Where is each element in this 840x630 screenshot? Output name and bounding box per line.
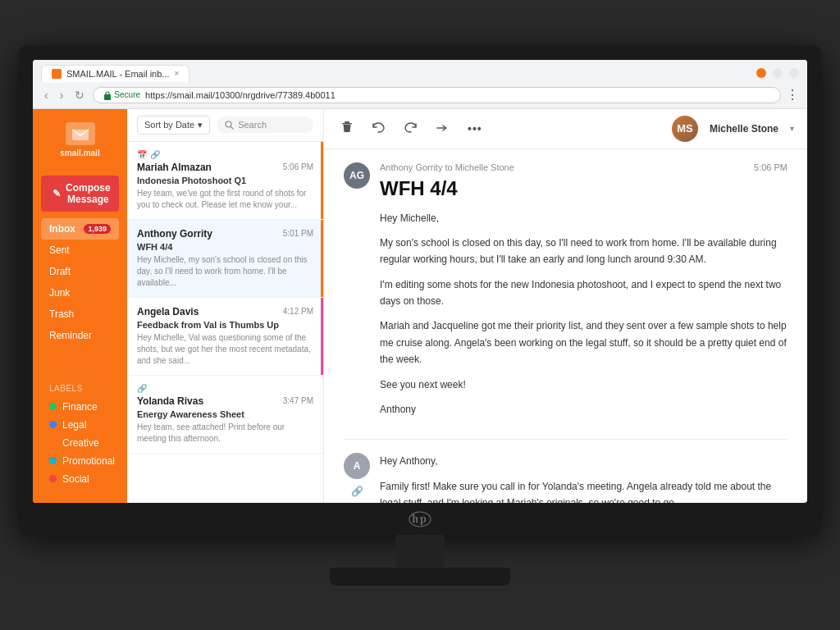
more-button[interactable]: ••• <box>464 121 486 137</box>
win-minimize-button[interactable] <box>756 68 766 78</box>
sidebar-item-junk-label: Junk <box>49 287 70 299</box>
reply-sender-avatar: A <box>344 453 370 479</box>
label-legal-dot <box>49 421 57 428</box>
search-bar[interactable]: Search <box>217 116 313 133</box>
email-subject-4: Energy Awareness Sheet <box>137 409 313 419</box>
email-accent-2 <box>321 220 323 297</box>
search-placeholder: Search <box>238 120 267 130</box>
thread-divider <box>344 439 788 440</box>
url-text: https://smail.mail/10300/nrgdrive/77389.… <box>145 90 336 100</box>
email-preview-1: Hey team, we've got the first round of s… <box>137 188 313 211</box>
user-avatar-image: MS <box>672 116 698 142</box>
label-finance-dot <box>49 403 57 410</box>
sort-button[interactable]: Sort by Date ▾ <box>137 116 210 135</box>
label-promotional-text: Promotional <box>62 455 115 467</box>
sidebar-item-sent[interactable]: Sent <box>41 240 119 261</box>
label-promotional-dot <box>49 457 57 464</box>
email-subject-1: Indonesia Photoshoot Q1 <box>137 176 313 185</box>
app-container: smail.mail ✎ Compose Message Inbox 1,939… <box>33 109 807 503</box>
sidebar-item-inbox-label: Inbox <box>49 223 75 235</box>
tab-close-button[interactable]: × <box>175 69 180 78</box>
svg-rect-4 <box>345 121 349 123</box>
user-dropdown-icon[interactable]: ▾ <box>790 124 794 133</box>
refresh-button[interactable]: ↻ <box>71 87 88 103</box>
compose-button[interactable]: ✎ Compose Message <box>41 176 119 212</box>
monitor: SMAIL.MAIL - Email inb... × ‹ › ↻ <box>18 45 822 586</box>
monitor-stand-neck <box>395 535 445 568</box>
browser-chrome: SMAIL.MAIL - Email inb... × ‹ › ↻ <box>33 60 807 109</box>
win-maximize-button[interactable] <box>773 68 783 78</box>
email-preview-2: Hey Michelle, my son's school is closed … <box>137 254 313 289</box>
label-promotional[interactable]: Promotional <box>41 452 119 470</box>
monitor-stand-base <box>330 568 510 586</box>
email-list-panel: Sort by Date ▾ Search <box>127 109 324 503</box>
thread-meta: Anthony Gorrity to Michelle Stone 5:06 P… <box>380 162 788 172</box>
app-logo: smail.mail <box>33 117 127 169</box>
label-creative-dot <box>49 439 57 446</box>
email-sender-4: Yolanda Rivas <box>137 395 203 407</box>
sidebar-nav: Inbox 1,939 Sent Draft Junk <box>33 218 127 377</box>
reply-body: Hey Anthony, Family first! Make sure you… <box>380 453 788 502</box>
email-item-3[interactable]: Angela Davis 4:12 PM Feedback from Val i… <box>127 298 323 376</box>
label-legal-text: Legal <box>62 419 86 431</box>
email-view-panel: ••• MS Michelle Stone ▾ AG <box>324 109 807 503</box>
email-sender-1: Mariah Almazan <box>137 162 212 173</box>
email-item-4[interactable]: 🔗 Yolanda Rivas 3:47 PM Energy Awareness… <box>127 376 323 454</box>
window-controls <box>756 68 799 78</box>
email-icons-4: 🔗 <box>137 384 313 393</box>
logo-icon <box>66 122 95 145</box>
email-item-2[interactable]: Anthony Gorrity 5:01 PM WFH 4/4 Hey Mich… <box>127 220 323 298</box>
svg-text:hp: hp <box>412 513 428 525</box>
tab-favicon-icon <box>52 69 62 79</box>
label-social[interactable]: Social <box>41 470 119 488</box>
user-avatar: MS <box>672 116 698 142</box>
label-legal[interactable]: Legal <box>41 416 119 434</box>
email-accent-3 <box>321 298 323 375</box>
sidebar-item-draft[interactable]: Draft <box>41 261 119 282</box>
forward-button[interactable]: › <box>57 87 67 103</box>
email-time-3: 4:12 PM <box>283 307 313 316</box>
browser-menu-button[interactable]: ⋮ <box>786 87 799 103</box>
secure-badge: Secure <box>103 90 140 100</box>
win-close-button[interactable] <box>789 68 799 78</box>
monitor-screen: SMAIL.MAIL - Email inb... × ‹ › ↻ <box>33 60 807 503</box>
link-icon-2: 🔗 <box>137 384 147 393</box>
main-content: Sort by Date ▾ Search <box>127 109 807 503</box>
undo-button[interactable] <box>368 120 389 138</box>
address-bar[interactable]: Secure https://smail.mail/10300/nrgdrive… <box>93 87 781 103</box>
forward-button-toolbar[interactable] <box>432 120 453 138</box>
delete-button[interactable] <box>337 118 357 139</box>
email-accent-1 <box>321 142 323 219</box>
search-icon <box>225 121 234 130</box>
email-subject-3: Feedback from Val is Thumbs Up <box>137 320 313 330</box>
email-item-1[interactable]: 📅 🔗 Mariah Almazan 5:06 PM Indonesia Pho… <box>127 142 323 220</box>
calendar-icon: 📅 <box>137 150 147 159</box>
email-thread: AG Anthony Gorrity to Michelle Stone 5:0… <box>324 149 807 503</box>
back-button[interactable]: ‹ <box>41 87 52 103</box>
sidebar-item-junk[interactable]: Junk <box>41 282 119 304</box>
label-social-text: Social <box>62 473 89 485</box>
thread-message-1: AG Anthony Gorrity to Michelle Stone 5:0… <box>344 162 788 427</box>
inbox-badge: 1,939 <box>84 224 111 234</box>
monitor-screen-bezel: SMAIL.MAIL - Email inb... × ‹ › ↻ <box>18 45 822 535</box>
email-preview-3: Hey Michelle, Val was questioning some o… <box>137 332 313 367</box>
label-creative[interactable]: Creative <box>41 434 119 452</box>
monitor-brand: hp <box>33 503 807 535</box>
redo-button[interactable] <box>400 120 421 138</box>
label-creative-text: Creative <box>62 437 99 449</box>
email-list-toolbar: Sort by Date ▾ Search <box>127 109 323 142</box>
browser-tab[interactable]: SMAIL.MAIL - Email inb... × <box>41 65 189 82</box>
sidebar-item-trash[interactable]: Trash <box>41 304 119 325</box>
sort-label: Sort by Date <box>144 120 194 130</box>
email-list: 📅 🔗 Mariah Almazan 5:06 PM Indonesia Pho… <box>127 142 323 503</box>
tab-title: SMAIL.MAIL - Email inb... <box>66 69 170 79</box>
sidebar-item-inbox[interactable]: Inbox 1,939 <box>41 218 119 240</box>
sidebar: smail.mail ✎ Compose Message Inbox 1,939… <box>33 109 127 503</box>
thread-sender-avatar: AG <box>344 162 370 189</box>
label-finance[interactable]: Finance <box>41 398 119 416</box>
sidebar-item-sent-label: Sent <box>49 244 70 256</box>
sidebar-item-reminder[interactable]: Reminder <box>41 325 119 346</box>
sidebar-item-draft-label: Draft <box>49 266 71 277</box>
thread-subject: WFH 4/4 <box>380 177 788 200</box>
svg-point-2 <box>226 121 231 127</box>
